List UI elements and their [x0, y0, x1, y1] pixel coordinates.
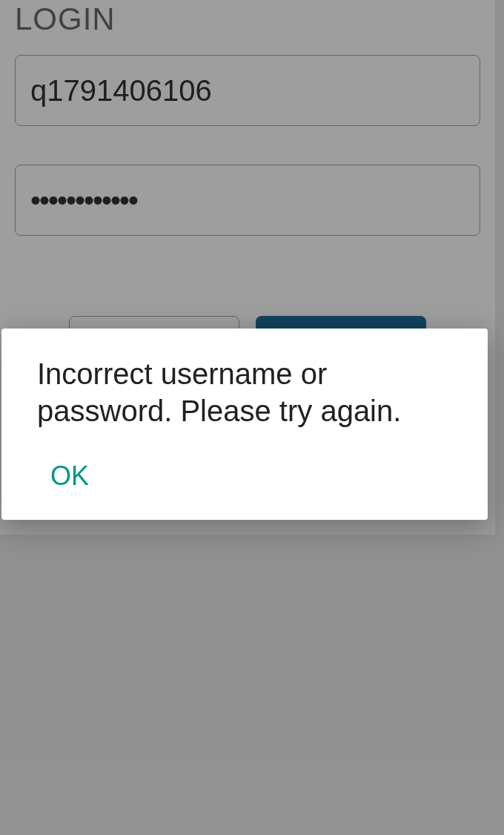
dialog-ok-button[interactable]: OK: [37, 455, 102, 498]
dialog-message: Incorrect username or password. Please t…: [37, 355, 452, 429]
error-dialog: Incorrect username or password. Please t…: [1, 329, 488, 520]
